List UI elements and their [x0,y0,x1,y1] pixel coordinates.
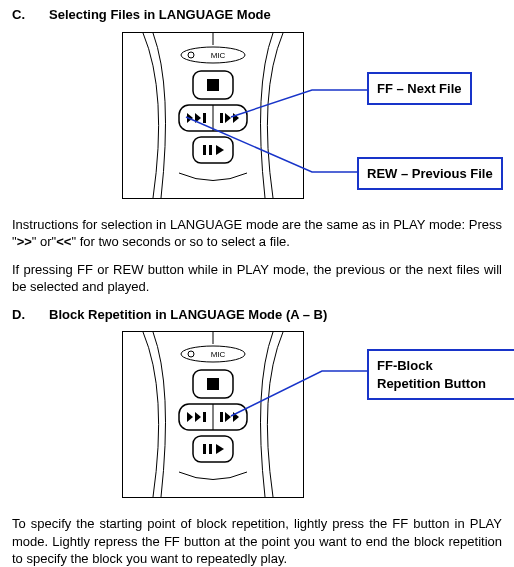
svg-rect-4 [207,79,219,91]
svg-rect-31 [193,436,233,462]
svg-rect-22 [207,378,219,390]
callout-label: REW – Previous File [367,166,493,181]
mic-label: MIC [211,51,226,60]
svg-text:MIC: MIC [211,350,226,359]
svg-rect-14 [203,145,206,155]
section-title: Selecting Files in LANGUAGE Mode [49,6,271,24]
svg-rect-12 [220,113,223,123]
section-letter: C. [12,6,25,24]
svg-rect-27 [203,412,206,422]
callout-ff-block: FF-Block Repetition Button [367,349,514,400]
para-c1: Instructions for selection in LANGUAGE m… [12,216,502,251]
diagram-c: MIC FF – Next File [12,32,502,202]
callout-rew-prev: REW – Previous File [357,157,503,191]
callout-ff-next: FF – Next File [367,72,472,106]
device-illustration: MIC [122,331,304,498]
svg-rect-32 [203,444,206,454]
callout-label: FF – Next File [377,81,462,96]
section-c-heading: C. Selecting Files in LANGUAGE Mode [12,6,502,24]
para-d1: To specify the starting point of block r… [12,515,502,567]
diagram-d: MIC FF-Block Repetition Button [12,331,502,501]
svg-rect-33 [209,444,212,454]
callout-label-line2: Repetition Button [377,375,507,393]
callout-label-line1: FF-Block [377,357,507,375]
svg-rect-9 [203,113,206,123]
device-illustration: MIC [122,32,304,199]
svg-rect-30 [220,412,223,422]
section-title: Block Repetition in LANGUAGE Mode (A – B… [49,306,327,324]
svg-rect-15 [209,145,212,155]
para-c2: If pressing FF or REW button while in PL… [12,261,502,296]
svg-rect-13 [193,137,233,163]
section-d-heading: D. Block Repetition in LANGUAGE Mode (A … [12,306,502,324]
section-letter: D. [12,306,25,324]
